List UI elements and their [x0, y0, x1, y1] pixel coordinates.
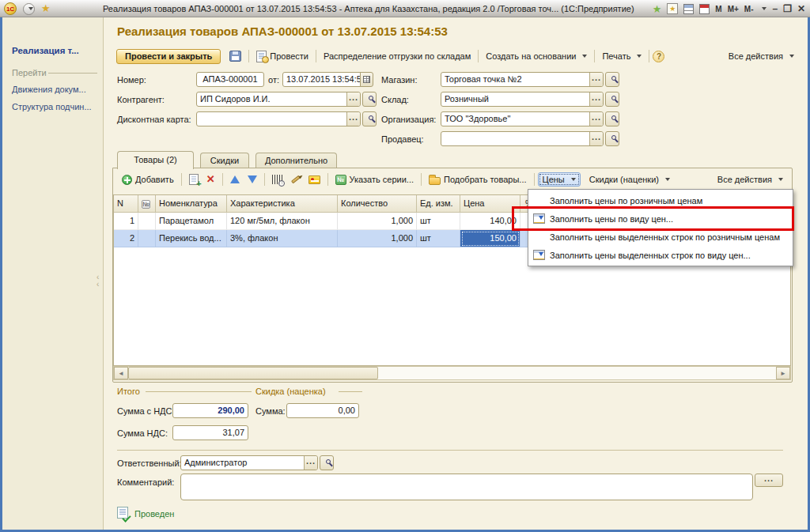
specify-series-button[interactable]: №Указать серии... — [331, 173, 418, 187]
store-field[interactable]: Торговая точка №2 ... — [441, 72, 604, 87]
memory-mminus-button[interactable]: M- — [744, 5, 754, 13]
cell-price-selected[interactable]: 150,00 — [460, 230, 520, 247]
discounts-menu-button[interactable]: Скидки (наценки) — [585, 173, 674, 186]
application-window: 1С ★ Реализация товаров АПАЗ-000001 от 1… — [0, 0, 810, 532]
number-field[interactable]: АПАЗ-000001 — [196, 72, 264, 87]
memory-mplus-button[interactable]: M+ — [728, 5, 739, 13]
discount-sum-field[interactable]: 0,00 — [286, 403, 359, 418]
post-button-label: Провести — [270, 51, 308, 61]
cell-quantity[interactable]: 1,000 — [338, 213, 417, 230]
responsible-open-button[interactable] — [320, 455, 334, 470]
comment-expand-button[interactable]: ... — [755, 474, 783, 487]
memory-m-button[interactable]: M — [715, 5, 721, 13]
nav-menu-icon[interactable] — [23, 3, 35, 15]
prices-menu-button[interactable]: Цены — [538, 172, 581, 187]
menu-item-fill-selected-by-price-kind[interactable]: Заполнить цены выделенных строк по виду … — [528, 246, 793, 264]
all-actions-button[interactable]: Все действия — [725, 50, 798, 62]
calendar-icon[interactable] — [699, 4, 710, 14]
create-on-basis-label: Создать на основании — [486, 51, 576, 61]
col-header-characteristic[interactable]: Характеристика — [227, 195, 338, 213]
col-header-unit[interactable]: Ед. изм. — [417, 195, 460, 213]
tab-additional[interactable]: Дополнительно — [255, 153, 337, 168]
responsible-field[interactable]: Администратор ... — [180, 455, 318, 470]
cell-characteristic[interactable]: 120 мг/5мл, флакон — [227, 213, 338, 230]
post-and-close-button[interactable]: Провести и закрыть — [116, 49, 221, 64]
close-button[interactable]: ✕ — [797, 0, 805, 17]
date-calendar-button[interactable] — [360, 72, 373, 87]
calculator-icon[interactable] — [683, 4, 694, 14]
1c-logo-icon[interactable]: 1С — [4, 2, 17, 15]
date-field[interactable]: 13.07.2015 13:54:53 — [282, 72, 361, 87]
comment-field[interactable] — [180, 474, 753, 500]
delete-row-button[interactable]: ✕ — [202, 172, 219, 187]
cell-series[interactable] — [138, 230, 156, 247]
col-header-series[interactable]: № — [138, 195, 156, 213]
sum-with-vat-field[interactable]: 290,00 — [172, 403, 248, 418]
scrollbar-track[interactable] — [378, 367, 776, 379]
counterparty-open-button[interactable] — [362, 92, 377, 107]
scroll-right-button[interactable]: ► — [776, 367, 790, 379]
titlebar-more-icon[interactable] — [762, 7, 766, 10]
move-down-button[interactable] — [244, 174, 261, 185]
store-select-button[interactable]: ... — [589, 73, 603, 86]
barcode-button[interactable] — [268, 173, 287, 186]
card-reader-button[interactable] — [305, 174, 324, 186]
warehouse-open-button[interactable] — [605, 92, 619, 107]
scrollbar-thumb[interactable] — [128, 367, 378, 379]
maximize-button[interactable]: ❐ — [783, 0, 792, 17]
col-header-nomenclature[interactable]: Номенклатура — [156, 195, 227, 213]
seller-open-button[interactable] — [605, 131, 619, 146]
print-button[interactable]: Печать — [598, 50, 645, 62]
cell-unit[interactable]: шт — [417, 230, 460, 247]
cell-n[interactable]: 1 — [114, 213, 138, 230]
counterparty-select-button[interactable]: ... — [346, 92, 360, 106]
tab-goods[interactable]: Товары (2) — [117, 151, 194, 169]
service-star-icon[interactable]: ★ — [653, 3, 662, 15]
cell-n[interactable]: 2 — [114, 230, 138, 247]
store-open-button[interactable] — [605, 72, 619, 87]
favorites-star-icon[interactable]: ★ — [41, 2, 51, 15]
responsible-select-button[interactable]: ... — [304, 456, 317, 470]
items-all-actions-button[interactable]: Все действия — [713, 173, 787, 186]
cell-unit[interactable]: шт — [417, 213, 460, 230]
discount-card-select-button[interactable]: ... — [346, 112, 360, 126]
sidebar-link-movements[interactable]: Движения докум... — [12, 85, 86, 94]
move-up-button[interactable] — [226, 174, 244, 185]
organization-select-button[interactable]: ... — [589, 112, 603, 126]
horizontal-scrollbar[interactable]: ◄ ► — [113, 366, 791, 380]
scanner-button[interactable] — [287, 176, 305, 183]
cell-series[interactable] — [138, 213, 156, 230]
minimize-button[interactable]: – — [772, 0, 778, 17]
distribution-button[interactable]: Распределение отгрузки по складам — [320, 50, 475, 62]
col-header-quantity[interactable]: Количество — [338, 195, 417, 213]
cell-nomenclature[interactable]: Перекись вод... — [156, 230, 227, 247]
save-button[interactable] — [225, 49, 245, 63]
discount-card-open-button[interactable] — [362, 111, 377, 126]
pick-items-button[interactable]: Подобрать товары... — [425, 173, 531, 187]
help-button[interactable]: ? — [653, 51, 664, 62]
post-button[interactable]: Провести — [252, 49, 312, 64]
scroll-left-button[interactable]: ◄ — [114, 367, 128, 379]
organization-open-button[interactable] — [605, 111, 619, 126]
seller-select-button[interactable]: ... — [589, 132, 603, 145]
warehouse-select-button[interactable]: ... — [589, 92, 603, 106]
organization-field[interactable]: ТОО "Здоровье" ... — [441, 111, 604, 126]
number-label: Номер: — [117, 73, 146, 88]
seller-field[interactable]: ... — [441, 131, 604, 146]
create-on-basis-button[interactable]: Создать на основании — [482, 50, 591, 62]
warehouse-value: Розничный — [441, 92, 589, 106]
cell-characteristic[interactable]: 3%, флакон — [227, 230, 338, 247]
sum-vat-field[interactable]: 31,07 — [172, 425, 248, 440]
warehouse-field[interactable]: Розничный ... — [441, 92, 604, 107]
tab-discounts[interactable]: Скидки — [200, 153, 249, 168]
favorites-box-icon[interactable]: ★ — [667, 3, 678, 14]
discount-card-field[interactable]: ... — [196, 111, 361, 126]
col-header-n[interactable]: N — [114, 195, 138, 213]
counterparty-field[interactable]: ИП Сидоров И.И. ... — [196, 92, 361, 107]
sidebar-link-structure[interactable]: Структура подчин... — [12, 102, 92, 111]
cell-nomenclature[interactable]: Парацетамол — [156, 213, 227, 230]
sidebar-splitter[interactable]: ‹‹ — [97, 274, 99, 288]
add-row-button[interactable]: Добавить — [118, 173, 178, 187]
cell-quantity[interactable]: 1,000 — [338, 230, 417, 247]
copy-row-button[interactable] — [185, 172, 202, 187]
